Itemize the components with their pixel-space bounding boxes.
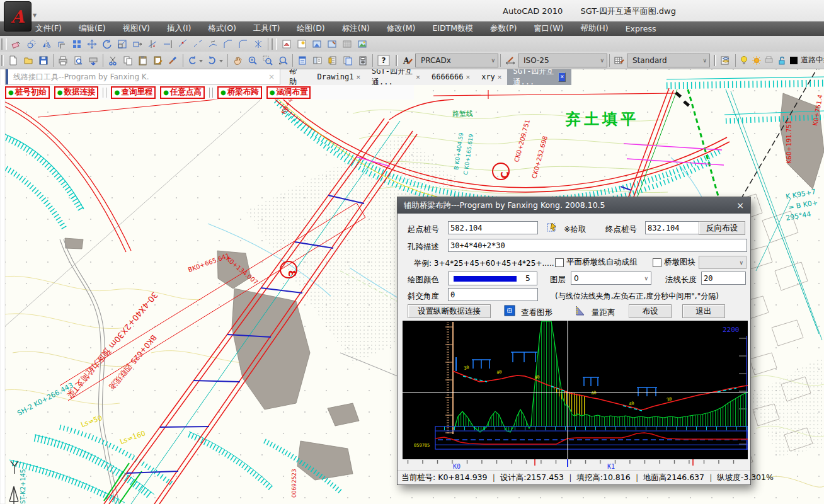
layer-color-swatch[interactable] bbox=[788, 54, 799, 67]
chamfer-button[interactable] bbox=[220, 37, 236, 51]
app-menu-button[interactable]: A bbox=[4, 1, 31, 32]
redo-button[interactable] bbox=[205, 54, 226, 67]
skew-angle-input[interactable] bbox=[448, 288, 538, 301]
quickcalc-button[interactable] bbox=[355, 54, 370, 67]
menu-parameters[interactable]: 参数(P) bbox=[490, 23, 517, 34]
tab-close-icon[interactable]: × bbox=[558, 72, 566, 82]
menu-modify[interactable]: 修改(M) bbox=[387, 23, 416, 34]
publish-button[interactable] bbox=[86, 54, 101, 67]
exit-button[interactable]: 退出 bbox=[682, 304, 725, 318]
trim-button[interactable] bbox=[145, 37, 160, 51]
new-button[interactable] bbox=[6, 54, 21, 67]
menu-dimension[interactable]: 标注(N) bbox=[342, 23, 370, 34]
layer-lock-icon[interactable] bbox=[775, 54, 788, 67]
zoom-previous-button[interactable] bbox=[275, 54, 290, 67]
view-graph-icon[interactable] bbox=[503, 304, 516, 317]
menu-insert[interactable]: 插入(I) bbox=[167, 23, 191, 34]
app-menu-caret-icon[interactable]: ▼ bbox=[33, 13, 37, 18]
normal-length-input[interactable] bbox=[701, 272, 746, 285]
layer-freeze-icon[interactable] bbox=[750, 54, 763, 67]
explode-button[interactable] bbox=[251, 37, 266, 51]
erase-button[interactable] bbox=[9, 37, 24, 51]
toolbar-grip[interactable] bbox=[714, 55, 716, 66]
culvert-layout-button[interactable]: ●涵洞布置 bbox=[266, 86, 311, 99]
render-button[interactable] bbox=[294, 37, 309, 51]
copy-clip-button[interactable] bbox=[120, 54, 135, 67]
checkbox-icon[interactable] bbox=[555, 258, 564, 267]
menu-draw[interactable]: 绘图(D) bbox=[297, 23, 324, 34]
query-mileage-button[interactable]: ●查询里程 bbox=[111, 86, 156, 99]
save-button[interactable] bbox=[36, 54, 51, 67]
plugin-toolbar-titlebar[interactable]: 线路接口工具--Program by Fanxing K. × bbox=[5, 69, 280, 85]
help-button[interactable]: ? bbox=[375, 54, 392, 67]
menu-tools[interactable]: 工具(T) bbox=[253, 23, 280, 34]
pick-point-icon[interactable] bbox=[546, 221, 559, 234]
table-style-icon[interactable] bbox=[612, 54, 627, 67]
toolbar-grip[interactable] bbox=[396, 55, 398, 66]
mirror-button[interactable] bbox=[39, 37, 54, 51]
pick-label[interactable]: ※拾取 bbox=[564, 224, 586, 235]
stake-init-button[interactable]: ●桩号初始 bbox=[5, 86, 50, 99]
measure-distance-label[interactable]: 量距离 bbox=[592, 307, 615, 318]
bridge-span-dialog[interactable]: 辅助桥梁布跨---Program by Fanxing Kong. 2008.1… bbox=[397, 197, 751, 485]
plot-preview-button[interactable] bbox=[71, 54, 86, 67]
designcenter-button[interactable] bbox=[310, 54, 325, 67]
copy-object-button[interactable] bbox=[24, 37, 39, 51]
bridge-span-button[interactable]: ●桥梁布跨 bbox=[217, 86, 262, 99]
rotate-button[interactable] bbox=[100, 37, 115, 51]
move-button[interactable] bbox=[84, 37, 100, 51]
menu-format[interactable]: 格式(O) bbox=[208, 23, 236, 34]
match-properties-button[interactable] bbox=[166, 54, 181, 67]
text-style-combo[interactable]: PRCADx∨ bbox=[415, 54, 498, 67]
dialog-close-icon[interactable]: × bbox=[736, 200, 744, 210]
offset-button[interactable] bbox=[54, 37, 69, 51]
tab-drawing1[interactable]: Drawing1× bbox=[312, 69, 366, 85]
current-layer-name[interactable]: 道路中线_E bbox=[801, 55, 824, 66]
start-station-input[interactable] bbox=[448, 221, 538, 234]
zoom-realtime-button[interactable] bbox=[245, 54, 260, 67]
dim-style-icon[interactable] bbox=[503, 54, 518, 67]
profile-preview-chart[interactable]: 2200 bbox=[403, 321, 748, 459]
menu-edit[interactable]: 编辑(E) bbox=[79, 23, 106, 34]
properties-button[interactable] bbox=[295, 54, 310, 67]
profile-data-link-button[interactable]: 设置纵断数据连接 bbox=[408, 304, 491, 318]
dialog-titlebar[interactable]: 辅助桥梁布跨---Program by Fanxing Kong. 2008.1… bbox=[398, 197, 750, 214]
panel-close-icon[interactable]: × bbox=[268, 72, 275, 81]
tab-close-icon[interactable]: × bbox=[498, 73, 502, 81]
pan-button[interactable] bbox=[230, 54, 245, 67]
lights-button[interactable] bbox=[309, 37, 324, 51]
fillet-button[interactable] bbox=[236, 37, 251, 51]
tab-close-icon[interactable]: × bbox=[356, 73, 360, 81]
toolbar-grip[interactable] bbox=[272, 38, 277, 50]
undo-button[interactable] bbox=[185, 54, 205, 67]
tab-close-icon[interactable]: × bbox=[466, 73, 471, 81]
measure-distance-icon[interactable] bbox=[574, 304, 587, 317]
color-well[interactable]: 5 bbox=[448, 272, 537, 285]
tab-6666666[interactable]: 6666666× bbox=[426, 69, 476, 85]
tab-xry[interactable]: xry× bbox=[476, 69, 507, 85]
extend-button[interactable] bbox=[160, 37, 175, 51]
cut-button[interactable] bbox=[105, 54, 120, 67]
paste-button[interactable] bbox=[135, 54, 151, 67]
pier-block-checkbox[interactable]: 桥墩图块 bbox=[653, 257, 695, 268]
layout-button[interactable]: 布设 bbox=[629, 304, 672, 318]
layer-dropdown[interactable]: 0∨ bbox=[571, 272, 651, 285]
scale-button[interactable] bbox=[115, 37, 130, 51]
tool-palettes-button[interactable] bbox=[325, 54, 340, 67]
layer-plot-icon[interactable] bbox=[763, 54, 775, 67]
menu-view[interactable]: 视图(V) bbox=[123, 23, 150, 34]
data-link-button[interactable]: ●数据连接 bbox=[54, 86, 99, 99]
hide-button[interactable] bbox=[279, 37, 294, 51]
reverse-layout-button[interactable]: 反向布设 bbox=[699, 221, 745, 235]
menu-express[interactable]: Express bbox=[626, 24, 656, 33]
any-point-elev-button[interactable]: ●任意点高 bbox=[160, 86, 205, 99]
array-button[interactable] bbox=[69, 37, 84, 51]
menu-help[interactable]: 帮助(H) bbox=[580, 23, 608, 34]
menu-file[interactable]: 文件(F) bbox=[35, 23, 62, 34]
tab-close-icon[interactable]: × bbox=[416, 73, 420, 81]
toolbar-grip[interactable] bbox=[1, 38, 7, 50]
pier-block-dropdown[interactable]: ∨ bbox=[699, 256, 747, 269]
tab-sgt-1[interactable]: SGT-四开互通...× bbox=[366, 69, 426, 85]
mapping-button[interactable] bbox=[340, 37, 355, 51]
dim-style-combo[interactable]: ISO-25∨ bbox=[518, 54, 607, 67]
